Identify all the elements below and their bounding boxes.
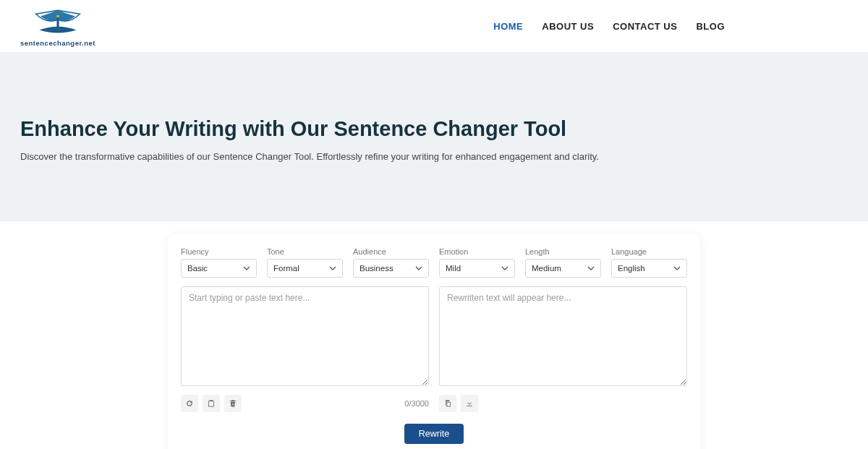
nav-about[interactable]: ABOUT US (542, 21, 594, 32)
audience-label: Audience (353, 247, 429, 256)
logo-text: sentencechanger.net (20, 39, 95, 47)
language-select[interactable]: English (611, 259, 687, 278)
refresh-button[interactable] (181, 395, 198, 412)
hero-section: Enhance Your Writing with Our Sentence C… (0, 52, 868, 221)
tool-card: Fluency Basic Tone Formal (168, 234, 700, 449)
char-counter: 0/3000 (404, 399, 429, 408)
trash-icon (229, 399, 237, 408)
chevron-down-icon (501, 265, 509, 272)
svg-rect-0 (56, 17, 59, 27)
emotion-label: Emotion (439, 247, 515, 256)
download-icon (465, 399, 474, 408)
fluency-label: Fluency (181, 247, 257, 256)
download-button[interactable] (461, 395, 478, 412)
options-row: Fluency Basic Tone Formal (181, 247, 687, 278)
page-title: Enhance Your Writing with Our Sentence C… (20, 117, 848, 141)
svg-point-1 (56, 14, 59, 17)
chevron-down-icon (673, 265, 681, 272)
language-label: Language (611, 247, 687, 256)
page-subtitle: Discover the transformative capabilities… (20, 151, 848, 162)
clear-button[interactable] (224, 395, 242, 412)
chevron-down-icon (415, 265, 422, 272)
chevron-down-icon (243, 265, 250, 272)
paste-button[interactable] (203, 395, 220, 412)
input-textarea[interactable] (181, 286, 429, 386)
copy-button[interactable] (439, 395, 456, 412)
length-select[interactable]: Medium (525, 259, 601, 278)
refresh-icon (185, 399, 194, 408)
paste-icon (207, 399, 216, 408)
site-header: sentencechanger.net HOME ABOUT US CONTAC… (0, 0, 868, 52)
chevron-down-icon (587, 265, 595, 272)
logo-icon (29, 6, 87, 40)
chevron-down-icon (329, 265, 336, 272)
nav-home[interactable]: HOME (493, 21, 523, 32)
main-nav: HOME ABOUT US CONTACT US BLOG (493, 21, 848, 32)
fluency-select[interactable]: Basic (181, 259, 257, 278)
emotion-select[interactable]: Mild (439, 259, 515, 278)
nav-blog[interactable]: BLOG (696, 21, 725, 32)
length-label: Length (525, 247, 601, 256)
output-textarea[interactable] (439, 286, 687, 386)
nav-contact[interactable]: CONTACT US (613, 21, 677, 32)
rewrite-button[interactable]: Rewrite (404, 424, 464, 444)
logo[interactable]: sentencechanger.net (20, 6, 95, 47)
tone-label: Tone (267, 247, 343, 256)
copy-icon (443, 399, 452, 408)
audience-select[interactable]: Business (353, 259, 429, 278)
tone-select[interactable]: Formal (267, 259, 343, 278)
